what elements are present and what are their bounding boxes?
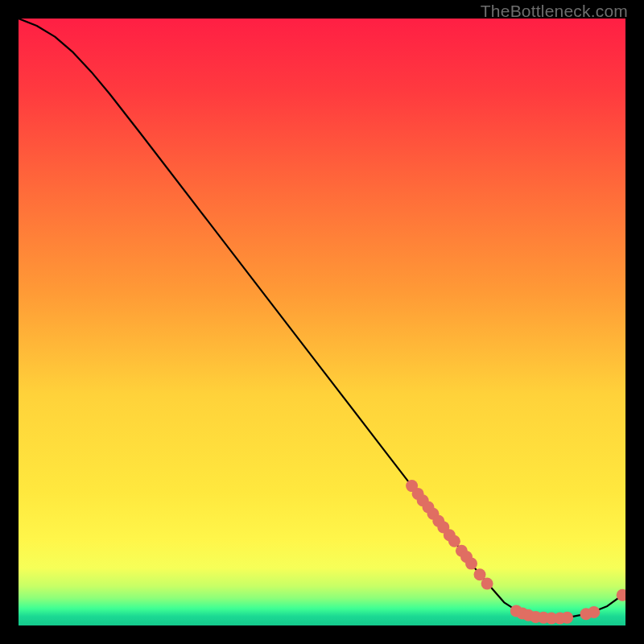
curve-marker	[465, 558, 477, 570]
curve-marker	[561, 612, 573, 624]
chart-stage: TheBottleneck.com	[0, 0, 644, 644]
chart-background	[19, 19, 625, 625]
curve-marker	[481, 578, 493, 590]
curve-marker	[588, 606, 600, 618]
curve-marker	[448, 535, 460, 547]
chart-svg	[19, 19, 625, 625]
